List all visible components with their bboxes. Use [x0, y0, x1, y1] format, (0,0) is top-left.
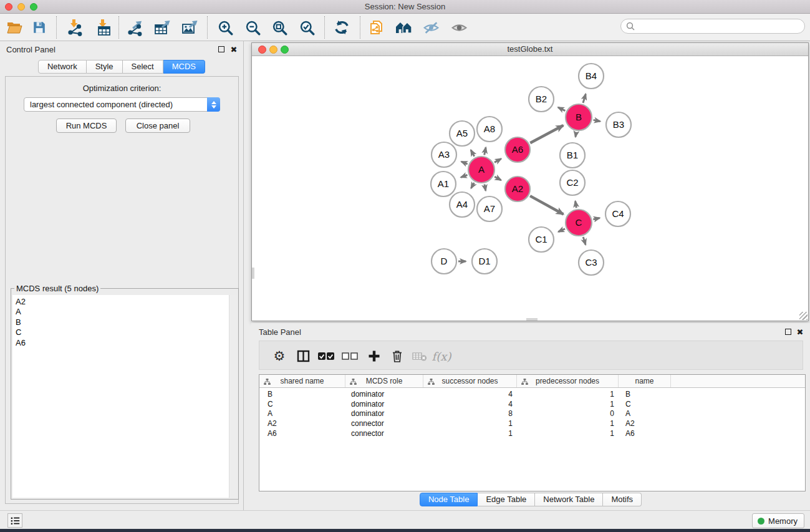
- tab-node-table[interactable]: Node Table: [420, 493, 478, 506]
- graph-node-A3[interactable]: A3: [432, 142, 456, 167]
- tab-network[interactable]: Network: [38, 60, 87, 74]
- table-cell[interactable]: A2: [619, 419, 671, 428]
- graph-edge-A-A8[interactable]: [485, 147, 486, 155]
- table-options-icon[interactable]: ⚙: [269, 346, 289, 366]
- table-cell[interactable]: dominator: [345, 390, 423, 399]
- table-cell[interactable]: C: [619, 400, 671, 409]
- close-panel-icon[interactable]: ✖: [229, 45, 238, 54]
- criterion-dropdown[interactable]: largest connected component (directed): [24, 97, 220, 112]
- table-cell[interactable]: A6: [619, 429, 671, 438]
- table-cell[interactable]: connector: [345, 419, 423, 428]
- graph-node-A4[interactable]: A4: [450, 192, 475, 217]
- graph-node-C1[interactable]: C1: [529, 227, 554, 252]
- table-cell[interactable]: dominator: [345, 400, 423, 409]
- graph-edge-A2-C[interactable]: [530, 196, 563, 214]
- window-edge-grip[interactable]: [526, 318, 538, 321]
- column-header-name[interactable]: name: [619, 375, 671, 387]
- table-cell[interactable]: 1: [423, 419, 517, 428]
- zoom-in-icon[interactable]: [215, 17, 236, 38]
- tab-network-table[interactable]: Network Table: [535, 493, 603, 506]
- column-header-mcds-role[interactable]: MCDS role: [345, 375, 423, 387]
- graph-node-B1[interactable]: B1: [560, 143, 585, 168]
- import-network-icon[interactable]: [64, 17, 85, 38]
- run-mcds-button[interactable]: Run MCDS: [56, 118, 117, 133]
- node-table[interactable]: shared nameMCDS rolesuccessor nodesprede…: [259, 374, 806, 491]
- graph-node-A[interactable]: A: [468, 157, 494, 183]
- table-cell[interactable]: 1: [517, 400, 619, 409]
- table-row[interactable]: Adominator80A: [259, 409, 805, 419]
- table-row[interactable]: Cdominator41C: [259, 399, 805, 409]
- network-window-titlebar[interactable]: testGlobe.txt: [252, 43, 808, 56]
- unselect-all-columns-icon[interactable]: [340, 346, 360, 366]
- graph-edge-A-A2[interactable]: [494, 177, 501, 180]
- table-cell[interactable]: 1: [517, 429, 619, 438]
- table-cell[interactable]: A6: [259, 429, 345, 438]
- graph-edge-A-A5[interactable]: [471, 150, 475, 157]
- mcds-result-list[interactable]: A2ABCA6: [12, 295, 237, 498]
- table-cell[interactable]: 1: [517, 390, 619, 399]
- graph-edge-B-B2[interactable]: [558, 107, 565, 111]
- table-cell[interactable]: 4: [423, 390, 517, 399]
- graph-node-A5[interactable]: A5: [450, 121, 475, 146]
- float-table-panel-icon[interactable]: [784, 327, 793, 336]
- graph-edge-A-A3[interactable]: [461, 162, 468, 164]
- export-network-icon[interactable]: [125, 17, 146, 38]
- graph-edge-B-B4[interactable]: [583, 94, 586, 103]
- hide-selected-icon[interactable]: [420, 17, 441, 38]
- open-session-icon[interactable]: [4, 17, 25, 38]
- table-cell[interactable]: B: [619, 390, 671, 399]
- table-row[interactable]: A2connector11A2: [259, 418, 805, 428]
- zoom-selected-icon[interactable]: [296, 17, 317, 38]
- graph-node-B[interactable]: B: [566, 104, 592, 130]
- graph-node-D[interactable]: D: [432, 249, 456, 274]
- graph-node-C3[interactable]: C3: [579, 250, 604, 275]
- zoom-fit-icon[interactable]: [269, 17, 290, 38]
- delete-columns-icon[interactable]: [387, 346, 407, 366]
- mcds-result-scrollbar[interactable]: [229, 295, 237, 498]
- window-edge-grip[interactable]: [252, 268, 254, 279]
- graph-node-C4[interactable]: C4: [605, 201, 630, 226]
- mcds-result-item[interactable]: A2: [16, 297, 237, 307]
- export-table-icon[interactable]: [152, 17, 173, 38]
- table-cell[interactable]: A: [259, 409, 345, 418]
- graph-node-A1[interactable]: A1: [431, 172, 456, 196]
- column-header-successor-nodes[interactable]: successor nodes: [423, 375, 517, 387]
- graph-edge-C-C1[interactable]: [558, 229, 565, 232]
- save-session-icon[interactable]: [29, 17, 50, 38]
- refresh-view-icon[interactable]: [331, 17, 352, 38]
- graph-node-C[interactable]: C: [566, 210, 592, 236]
- table-cell[interactable]: dominator: [345, 409, 423, 418]
- graph-edge-A-A6[interactable]: [494, 159, 501, 163]
- table-cell[interactable]: C: [259, 400, 345, 409]
- tab-edge-table[interactable]: Edge Table: [478, 493, 535, 506]
- graph-node-A8[interactable]: A8: [477, 117, 502, 142]
- graph-edge-C-C2[interactable]: [576, 201, 577, 208]
- first-neighbors-icon[interactable]: [393, 17, 415, 38]
- table-cell[interactable]: 0: [517, 409, 619, 418]
- graph-edge-A-A7[interactable]: [485, 185, 486, 191]
- table-cell[interactable]: A: [619, 409, 671, 418]
- memory-button[interactable]: Memory: [752, 513, 804, 528]
- show-all-icon[interactable]: [448, 17, 470, 38]
- graph-edge-A-A1[interactable]: [461, 175, 467, 178]
- graph-edge-C-C4[interactable]: [593, 218, 599, 220]
- select-all-columns-icon[interactable]: [316, 346, 336, 366]
- search-field[interactable]: [620, 19, 805, 34]
- graph-node-B4[interactable]: B4: [579, 64, 604, 89]
- close-table-panel-icon[interactable]: ✖: [796, 327, 804, 336]
- task-history-button[interactable]: [7, 513, 22, 528]
- mcds-result-item[interactable]: A: [16, 307, 237, 317]
- search-input[interactable]: [637, 22, 804, 31]
- table-cell[interactable]: B: [259, 390, 345, 399]
- graph-edge-C-C3[interactable]: [583, 237, 586, 245]
- resize-grip-icon[interactable]: [799, 312, 808, 320]
- tab-style[interactable]: Style: [87, 60, 123, 74]
- float-panel-icon[interactable]: [217, 45, 226, 54]
- graph-node-B3[interactable]: B3: [606, 112, 631, 137]
- table-cell[interactable]: 1: [517, 419, 619, 428]
- export-image-icon[interactable]: [180, 17, 201, 38]
- create-column-icon[interactable]: [364, 346, 384, 366]
- tab-mcds[interactable]: MCDS: [163, 60, 205, 74]
- tab-motifs[interactable]: Motifs: [603, 493, 642, 506]
- graph-edge-B-B1[interactable]: [576, 132, 576, 137]
